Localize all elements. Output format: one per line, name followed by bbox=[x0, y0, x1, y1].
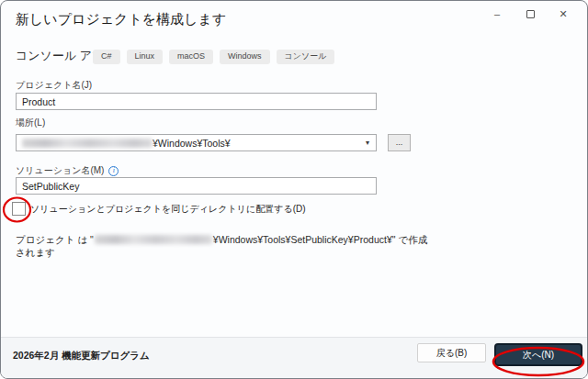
back-button-label: 戻る(B) bbox=[436, 347, 468, 360]
tag-windows: Windows bbox=[220, 50, 270, 64]
browse-button[interactable]: ... bbox=[388, 134, 411, 151]
chevron-down-icon[interactable]: ▾ bbox=[366, 139, 369, 147]
tag-macos: macOS bbox=[169, 50, 213, 64]
path-note-suffix: ¥Windows¥Tools¥SetPublicKey¥Product¥" で作… bbox=[213, 233, 427, 246]
solution-name-label: ソリューション名(M) bbox=[16, 164, 104, 177]
ellipsis-icon: ... bbox=[396, 139, 403, 147]
minimize-icon: – bbox=[494, 8, 500, 19]
path-note-prefix: プロジェクト は " bbox=[16, 233, 94, 246]
same-directory-checkbox[interactable] bbox=[12, 202, 26, 216]
info-icon[interactable]: i bbox=[108, 166, 119, 176]
tag-csharp: C# bbox=[93, 50, 120, 64]
location-visible-text: ¥Windows¥Tools¥ bbox=[153, 138, 231, 149]
page-title: 新しいプロジェクトを構成します bbox=[16, 11, 226, 28]
same-directory-label: ソリューションとプロジェクトを同じディレクトリに配置する(D) bbox=[30, 203, 306, 216]
project-path-line1: プロジェクト は "¥Windows¥Tools¥SetPublicKey¥Pr… bbox=[16, 233, 427, 246]
next-button[interactable]: 次へ(N) bbox=[494, 343, 582, 366]
redacted-path-segment bbox=[95, 235, 212, 244]
tag-linux: Linux bbox=[127, 50, 164, 64]
project-name-input[interactable] bbox=[16, 93, 377, 110]
window-controls: – ✕ bbox=[481, 3, 580, 25]
location-label: 場所(L) bbox=[16, 117, 45, 129]
tag-console: コンソール bbox=[277, 50, 335, 64]
location-combobox[interactable]: ¥Windows¥Tools¥ ▾ bbox=[16, 134, 377, 151]
close-button[interactable]: ✕ bbox=[547, 3, 580, 25]
solution-name-input[interactable] bbox=[16, 177, 377, 195]
maximize-button[interactable] bbox=[514, 3, 547, 25]
maximize-icon bbox=[526, 10, 535, 18]
close-icon: ✕ bbox=[559, 8, 567, 20]
project-path-note: プロジェクト は "¥Windows¥Tools¥SetPublicKey¥Pr… bbox=[16, 233, 427, 259]
update-program-label: 2026年2月 機能更新プログラム bbox=[13, 350, 150, 362]
minimize-button[interactable]: – bbox=[481, 3, 514, 25]
next-button-label: 次へ(N) bbox=[523, 349, 554, 362]
same-directory-row: ソリューションとプロジェクトを同じディレクトリに配置する(D) bbox=[12, 202, 306, 216]
redacted-path-segment bbox=[22, 139, 153, 148]
tag-list: C# Linux macOS Windows コンソール bbox=[93, 50, 334, 64]
solution-name-label-row: ソリューション名(M) i bbox=[16, 164, 119, 177]
project-path-line2: されます bbox=[16, 246, 427, 259]
project-name-label: プロジェクト名(J) bbox=[16, 79, 92, 92]
configure-project-dialog: 新しいプロジェクトを構成します – ✕ コンソール アプリ C# Linux m… bbox=[0, 0, 588, 379]
footer-bar: 2026年2月 機能更新プログラム 戻る(B) 次へ(N) bbox=[1, 337, 587, 378]
back-button[interactable]: 戻る(B) bbox=[417, 343, 486, 362]
